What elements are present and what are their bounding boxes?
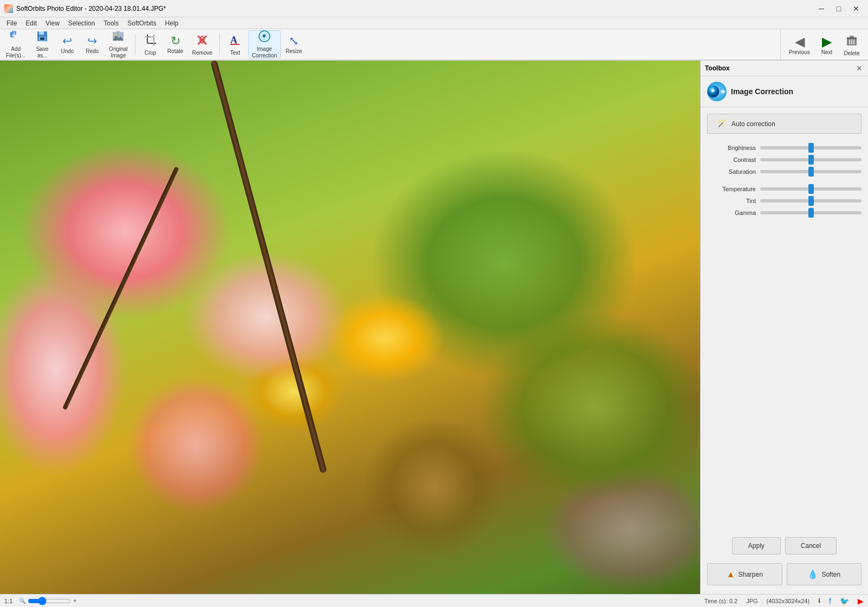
twitter-icon[interactable]: 🐦 [840,597,849,605]
contrast-thumb[interactable] [808,155,814,165]
toolbar-separator-1 [135,34,135,55]
svg-rect-16 [147,37,154,43]
title-bar: SoftOrbits Photo Editor - 2020-04-23 18.… [0,0,868,17]
menu-tools[interactable]: Tools [99,18,123,28]
remove-button[interactable]: Remove [189,30,216,58]
title-bar-controls: ─ □ ✕ [814,3,864,15]
soften-icon: 💧 [807,569,818,579]
svg-rect-7 [40,37,44,40]
menu-help[interactable]: Help [161,18,183,28]
wand-icon: 🪄 [716,119,727,129]
menu-selection[interactable]: Selection [64,18,99,28]
youtube-icon[interactable]: ▶ [858,597,864,605]
svg-point-10 [114,34,116,36]
temperature-track[interactable] [760,187,861,191]
gamma-thumb[interactable] [808,208,814,218]
menu-edit[interactable]: Edit [21,18,41,28]
saturation-track[interactable] [760,170,861,173]
apply-button[interactable]: Apply [732,537,781,554]
delete-button[interactable]: Delete [840,31,864,59]
zoom-level: 1:1 [4,598,12,604]
slider-separator [707,180,861,186]
soften-button[interactable]: 💧 Soften [787,563,862,585]
redo-label: Redo [86,48,99,54]
rotate-icon: ↻ [171,35,180,47]
auto-correction-button[interactable]: 🪄 Auto correction [707,114,861,134]
menu-view[interactable]: View [41,18,64,28]
correction-panel-icon: ✦ [707,82,727,101]
original-image-button[interactable]: OriginalImage [105,30,131,58]
toolbox-title: Toolbox [705,64,730,72]
svg-rect-24 [847,37,857,39]
contrast-track[interactable] [760,158,861,161]
temperature-slider-row: Temperature [707,186,861,192]
remove-label: Remove [192,50,212,56]
apply-cancel-row: Apply Cancel [701,533,868,559]
saturation-slider-row: Saturation [707,168,861,175]
maximize-button[interactable]: □ [831,3,846,15]
next-label: Next [821,49,833,55]
tint-track[interactable] [760,199,861,203]
tint-label: Tint [707,198,756,204]
image-correction-button[interactable]: ✦ ImageCorrection [248,30,281,58]
zoom-slider-container: 🔍 + [19,597,76,605]
undo-button[interactable]: ↩ Undo [55,30,79,58]
add-files-icon [9,30,22,45]
sharpen-label: Sharpen [738,571,762,578]
crop-label: Crop [145,50,157,56]
toolbox-close-button[interactable]: ✕ [855,64,864,73]
close-button[interactable]: ✕ [848,3,864,15]
undo-icon: ↩ [62,35,72,47]
toolbox-header: Toolbox ✕ [701,61,868,76]
saturation-thumb[interactable] [808,167,814,177]
svg-rect-5 [39,31,44,35]
brightness-slider-row: Brightness [707,145,861,151]
save-icon [36,30,49,45]
minimize-button[interactable]: ─ [814,3,829,15]
cancel-button[interactable]: Cancel [785,537,837,554]
app-icon [4,4,13,13]
text-icon: A [229,34,242,49]
sliders-container: Brightness Contrast Saturation [701,140,868,533]
menu-softorbits[interactable]: SoftOrbits [123,18,160,28]
rotate-label: Rotate [167,48,183,54]
crop-button[interactable]: Crop [139,30,163,58]
time-label: Time (s): 0.2 [704,598,737,604]
toolbar-separator-2 [219,34,220,55]
zoom-plus-icon: + [73,598,76,604]
redo-button[interactable]: ↪ Redo [80,30,104,58]
previous-icon: ◀ [795,35,805,48]
zoom-slider[interactable] [28,597,71,605]
window-title: SoftOrbits Photo Editor - 2020-04-23 18.… [16,5,166,12]
soften-label: Soften [821,571,840,578]
correction-icon: ✦ [258,30,271,45]
resize-button[interactable]: ⤡ Resize [282,30,306,58]
contrast-label: Contrast [707,156,756,163]
next-button[interactable]: ▶ Next [815,31,839,59]
previous-button[interactable]: ◀ Previous [785,31,814,59]
dimensions-label: (4032x3024x24) [767,598,810,604]
svg-rect-3 [12,35,16,36]
brightness-track[interactable] [760,146,861,149]
text-button[interactable]: A Text [223,30,247,58]
status-right: Time (s): 0.2 JPG (4032x3024x24) ℹ f 🐦 ▶ [704,597,864,605]
tint-thumb[interactable] [808,196,814,206]
save-as-button[interactable]: Saveas... [30,30,54,58]
remove-icon [196,34,209,49]
brightness-thumb[interactable] [808,143,814,153]
tint-slider-row: Tint [707,198,861,204]
gamma-slider-row: Gamma [707,210,861,216]
main-area: Toolbox ✕ ✦ Image Correcti [0,61,868,594]
toolbox-panel: Toolbox ✕ ✦ Image Correcti [700,61,868,594]
sharpen-button[interactable]: ▲ Sharpen [707,563,782,585]
gamma-track[interactable] [760,211,861,214]
save-label: Saveas... [36,46,49,59]
image-canvas[interactable] [0,61,700,594]
menu-file[interactable]: File [2,18,21,28]
temperature-thumb[interactable] [808,184,814,194]
add-files-label: AddFile(s)... [6,46,25,59]
previous-label: Previous [789,49,810,55]
add-files-button[interactable]: AddFile(s)... [2,30,29,58]
rotate-button[interactable]: ↻ Rotate [164,30,187,58]
facebook-icon[interactable]: f [829,597,831,605]
